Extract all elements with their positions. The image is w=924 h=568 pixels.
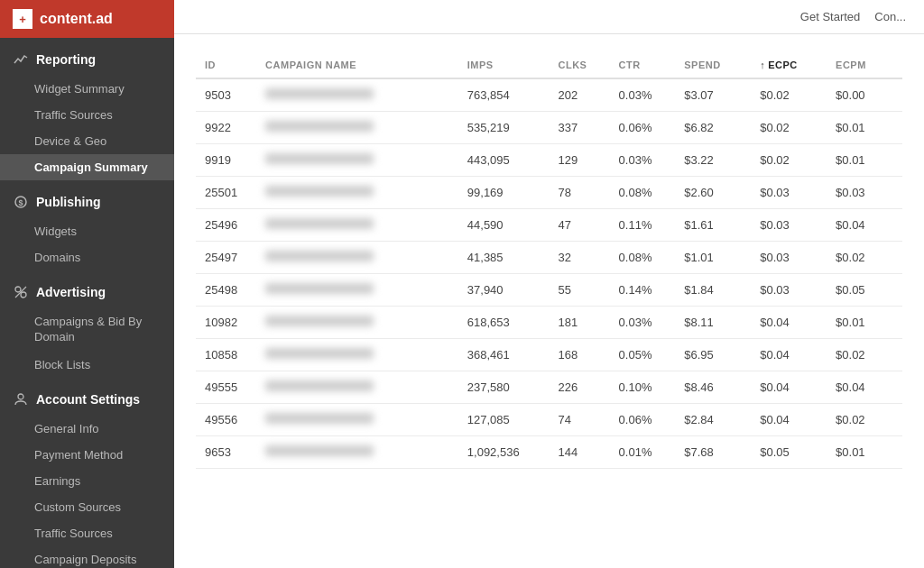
table-row: 49555 237,580 226 0.10% $8.46 $0.04 $0.0… (196, 371, 902, 404)
cell-campaign-name (256, 78, 458, 112)
cell-imps: 368,461 (458, 339, 550, 371)
cell-ecpm: $0.03 (827, 177, 902, 209)
sidebar: + content.ad Reporting Widget Summary Tr… (0, 0, 174, 568)
col-header-ecpc[interactable]: ↑ECPC (751, 52, 827, 78)
table-row: 9919 443,095 129 0.03% $3.22 $0.02 $0.01 (196, 144, 902, 177)
svg-text:$: $ (19, 198, 23, 207)
sidebar-item-traffic-sources-acct[interactable]: Traffic Sources (0, 520, 174, 546)
cell-ctr: 0.11% (610, 209, 676, 242)
sidebar-item-campaign-summary[interactable]: Campaign Summary (0, 154, 174, 180)
nav-header-advertising[interactable]: Advertising (0, 276, 174, 308)
sidebar-item-device-geo[interactable]: Device & Geo (0, 128, 174, 154)
sidebar-item-traffic-sources[interactable]: Traffic Sources (0, 102, 174, 128)
svg-point-3 (21, 292, 26, 298)
cell-campaign-name (256, 177, 458, 209)
cell-ctr: 0.03% (610, 144, 676, 177)
cell-id: 25497 (196, 242, 256, 274)
cell-imps: 237,580 (458, 371, 550, 404)
col-header-campaign-name[interactable]: CAMPAIGN NAME (256, 52, 458, 78)
cell-ecpc: $0.04 (751, 404, 827, 436)
sidebar-item-general-info[interactable]: General Info (0, 416, 174, 442)
main-content: Get Started Con... ID CAMPAIGN NAME IMPS… (174, 0, 924, 568)
sidebar-item-custom-sources[interactable]: Custom Sources (0, 494, 174, 520)
cell-clks: 74 (549, 404, 609, 436)
cell-ecpm: $0.01 (827, 144, 902, 177)
table-container: ID CAMPAIGN NAME IMPS CLKS CTR SPEND ↑EC… (174, 34, 924, 568)
cell-id: 10858 (196, 339, 256, 371)
col-header-imps[interactable]: IMPS (458, 52, 550, 78)
cell-clks: 202 (549, 78, 609, 112)
nav-header-reporting[interactable]: Reporting (0, 43, 174, 76)
cell-spend: $7.68 (675, 436, 751, 469)
col-header-id[interactable]: ID (196, 52, 256, 78)
nav-header-publishing-label: Publishing (36, 195, 101, 209)
cell-ecpc: $0.02 (751, 78, 827, 112)
sidebar-item-widgets[interactable]: Widgets (0, 218, 174, 244)
cell-campaign-name (256, 274, 458, 307)
sidebar-item-campaign-deposits[interactable]: Campaign Deposits (0, 546, 174, 568)
cell-ecpm: $0.04 (827, 209, 902, 242)
con-link[interactable]: Con... (874, 10, 906, 23)
table-row: 25501 99,169 78 0.08% $2.60 $0.03 $0.03 (196, 177, 902, 209)
cell-campaign-name (256, 242, 458, 274)
col-header-clks[interactable]: CLKS (549, 52, 609, 78)
cell-ctr: 0.10% (610, 371, 676, 404)
cell-spend: $3.07 (675, 78, 751, 112)
person-icon (13, 391, 29, 408)
logo-text: content.ad (40, 11, 113, 27)
cell-clks: 47 (549, 209, 609, 242)
cell-campaign-name (256, 144, 458, 177)
cell-ctr: 0.06% (610, 404, 676, 436)
cell-imps: 763,854 (458, 78, 550, 112)
cell-ecpm: $0.01 (827, 307, 902, 339)
cell-campaign-name (256, 436, 458, 469)
cell-spend: $6.82 (675, 112, 751, 144)
cell-imps: 127,085 (458, 404, 550, 436)
col-header-spend[interactable]: SPEND (675, 52, 751, 78)
cell-campaign-name (256, 339, 458, 371)
topbar: Get Started Con... (174, 0, 924, 34)
cell-ecpc: $0.03 (751, 242, 827, 274)
cell-imps: 443,095 (458, 144, 550, 177)
cell-clks: 226 (549, 371, 609, 404)
table-row: 25497 41,385 32 0.08% $1.01 $0.03 $0.02 (196, 242, 902, 274)
cell-campaign-name (256, 112, 458, 144)
sidebar-item-block-lists[interactable]: Block Lists (0, 352, 174, 378)
table-row: 9503 763,854 202 0.03% $3.07 $0.02 $0.00 (196, 78, 902, 112)
col-header-ecpm[interactable]: ECPM (827, 52, 902, 78)
nav-header-publishing[interactable]: $ Publishing (0, 186, 174, 218)
cell-campaign-name (256, 307, 458, 339)
chart-icon (13, 51, 29, 68)
table-row: 9653 1,092,536 144 0.01% $7.68 $0.05 $0.… (196, 436, 902, 469)
cell-ecpm: $0.05 (827, 274, 902, 307)
sidebar-item-earnings[interactable]: Earnings (0, 468, 174, 494)
logo[interactable]: + content.ad (0, 0, 174, 38)
get-started-link[interactable]: Get Started (800, 10, 860, 23)
nav-header-account-label: Account Settings (36, 392, 140, 407)
cell-ecpc: $0.04 (751, 339, 827, 371)
sidebar-item-payment-method[interactable]: Payment Method (0, 442, 174, 468)
cell-id: 9919 (196, 144, 256, 177)
cell-id: 49556 (196, 404, 256, 436)
campaign-summary-table: ID CAMPAIGN NAME IMPS CLKS CTR SPEND ↑EC… (196, 52, 902, 469)
cell-ecpc: $0.05 (751, 436, 827, 469)
cell-id: 25496 (196, 209, 256, 242)
cell-id: 25498 (196, 274, 256, 307)
cell-id: 9922 (196, 112, 256, 144)
nav-header-advertising-label: Advertising (36, 285, 106, 299)
col-header-ctr[interactable]: CTR (610, 52, 676, 78)
nav-header-account[interactable]: Account Settings (0, 383, 174, 416)
cell-clks: 129 (549, 144, 609, 177)
cell-ecpm: $0.01 (827, 436, 902, 469)
sidebar-item-widget-summary[interactable]: Widget Summary (0, 76, 174, 102)
cell-id: 49555 (196, 371, 256, 404)
cell-clks: 168 (549, 339, 609, 371)
nav-section-account: Account Settings General Info Payment Me… (0, 383, 174, 568)
cell-spend: $8.46 (675, 371, 751, 404)
cell-ecpm: $0.00 (827, 78, 902, 112)
svg-point-2 (15, 287, 21, 292)
cell-spend: $8.11 (675, 307, 751, 339)
sidebar-item-campaigns-bid[interactable]: Campaigns & Bid By Domain (0, 308, 174, 352)
sidebar-item-domains[interactable]: Domains (0, 244, 174, 270)
cell-ecpm: $0.01 (827, 112, 902, 144)
